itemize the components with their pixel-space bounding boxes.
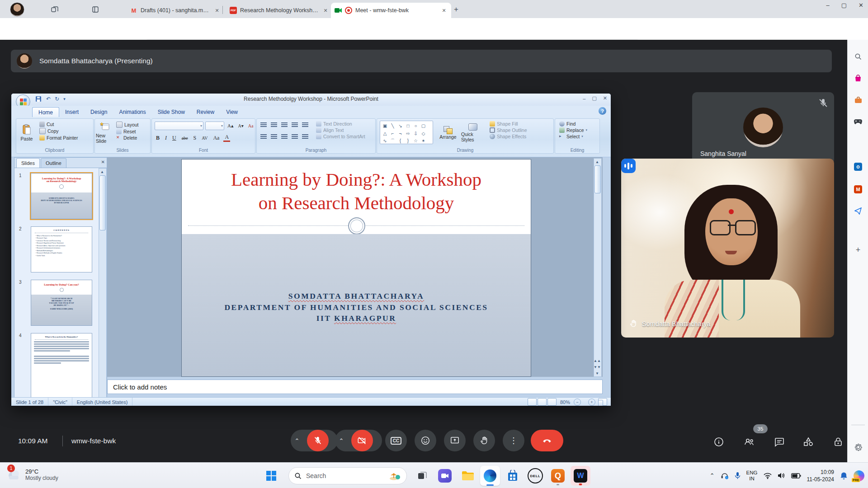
scroll-up-icon[interactable]: ▲ [594, 159, 600, 165]
shape-glyph[interactable]: ∿ [381, 138, 389, 144]
undo-icon[interactable]: ↶ [46, 96, 51, 102]
slide-thumbnail-4[interactable]: What is Research in the Humanities? [31, 333, 92, 398]
shape-glyph[interactable]: ¬ [396, 130, 404, 136]
ribbon-tab-animations[interactable]: Animations [113, 107, 151, 117]
volume-icon[interactable] [778, 472, 785, 479]
quick-styles-button[interactable]: Quick Styles [461, 121, 485, 145]
zoom-out-icon[interactable]: − [574, 399, 581, 406]
underline-button[interactable]: U [171, 135, 178, 141]
cut-button[interactable]: Cut [38, 121, 79, 127]
mic-options-chevron[interactable]: ⌃ [291, 437, 303, 444]
italic-button[interactable]: I [164, 135, 168, 141]
task-view-icon[interactable] [412, 466, 432, 486]
copy-button[interactable]: Copy [38, 127, 79, 135]
tray-headset-icon[interactable]: i [721, 472, 729, 479]
shape-glyph[interactable]: ⇩ [412, 130, 420, 136]
strikethrough-button[interactable]: abe [180, 136, 189, 141]
align-left-icon[interactable] [260, 134, 267, 139]
start-button[interactable] [261, 466, 281, 486]
tray-clock[interactable]: 10:09 11-05-2024 [807, 469, 835, 483]
view-sorter-button[interactable] [538, 398, 547, 406]
arrange-button[interactable]: Arrange [437, 121, 459, 145]
panel-close-icon[interactable]: ✕ [101, 160, 105, 164]
font-size-combo[interactable]: ▾ [205, 122, 224, 130]
ribbon-tab-review[interactable]: Review [191, 107, 220, 117]
meeting-details-icon[interactable] [712, 435, 726, 449]
scroll-up-icon[interactable]: ▲ [99, 169, 105, 175]
slide-thumbnail-1[interactable]: Learning by Doing?: A Workshop on Resear… [31, 173, 92, 219]
shape-glyph[interactable]: ▢ [420, 123, 427, 129]
browser-profile-avatar[interactable] [10, 2, 24, 17]
notes-pane[interactable]: Click to add notes [107, 380, 603, 394]
window-close-button[interactable]: ✕ [859, 2, 863, 9]
status-language[interactable]: English (United States) [72, 398, 133, 406]
copilot-preview-icon[interactable]: PRE [854, 470, 864, 481]
wifi-icon[interactable] [764, 473, 772, 479]
ribbon-tab-view[interactable]: View [220, 107, 244, 117]
sidebar-search-icon[interactable] [852, 51, 864, 62]
align-right-icon[interactable] [281, 134, 288, 139]
window-restore-button[interactable]: ▢ [841, 2, 847, 9]
new-slide-button[interactable]: New Slide [96, 121, 114, 145]
replace-button[interactable]: Replace ▾ [558, 127, 589, 133]
redo-icon[interactable]: ↻ [55, 96, 59, 102]
battery-icon[interactable] [791, 473, 801, 479]
find-button[interactable]: Find [558, 121, 589, 127]
ppt-close-button[interactable]: ✕ [603, 95, 607, 101]
ppt-title-bar[interactable]: Research Methodolgy Workshop - Microsoft… [11, 94, 611, 106]
shape-fill-button[interactable]: Shape Fill [488, 121, 528, 127]
line-spacing-icon[interactable] [302, 122, 308, 127]
tab-close-icon[interactable]: ✕ [322, 7, 329, 14]
notification-bell-icon[interactable] [840, 472, 848, 480]
justify-icon[interactable] [292, 134, 298, 139]
sidebar-m365-icon[interactable]: M [852, 183, 864, 195]
participant-tile-somdatta[interactable]: Somdatta Bhattacharya [621, 159, 834, 338]
format-painter-button[interactable]: Format Painter [38, 135, 79, 141]
zoom-slider[interactable] [598, 400, 603, 407]
shrink-font-button[interactable]: A▾ [236, 123, 245, 128]
previous-slide-icon[interactable]: ▲▲ [594, 357, 600, 364]
mic-off-button[interactable] [307, 430, 329, 451]
file-explorer-icon[interactable] [458, 466, 477, 486]
shape-glyph[interactable]: ☆ [412, 138, 420, 144]
shape-glyph[interactable]: ⌐ [389, 130, 396, 136]
shape-glyph[interactable]: △ [381, 130, 389, 136]
next-slide-icon[interactable]: ▼▼ [594, 364, 600, 370]
decrease-indent-icon[interactable] [281, 122, 288, 127]
sidebar-games-icon[interactable] [852, 116, 864, 127]
tab-close-icon[interactable]: ✕ [440, 7, 448, 14]
layout-button[interactable]: Layout [115, 121, 140, 128]
grow-font-button[interactable]: A▴ [226, 123, 235, 129]
view-normal-button[interactable] [528, 398, 537, 406]
tab-close-icon[interactable]: ✕ [213, 7, 221, 14]
help-icon[interactable]: ? [599, 107, 606, 115]
workspaces-icon[interactable] [49, 4, 61, 15]
font-name-combo[interactable]: ▾ [155, 122, 203, 130]
present-button[interactable] [444, 430, 466, 451]
shape-glyph[interactable]: ⇨ [404, 130, 412, 136]
font-color-button[interactable]: A [223, 134, 230, 142]
dell-app-icon[interactable]: DELL [525, 466, 545, 486]
shape-outline-button[interactable]: Shape Outline [488, 127, 528, 133]
new-tab-button[interactable]: + [450, 4, 462, 15]
ribbon-tab-insert[interactable]: Insert [59, 107, 85, 117]
sidebar-add-icon[interactable]: + [852, 244, 864, 256]
shape-glyph[interactable]: } [404, 138, 412, 144]
tab-gmail[interactable]: M Drafts (401) - sanghita.mail@gm ✕ [127, 3, 224, 18]
people-icon[interactable] [742, 435, 756, 449]
shape-glyph[interactable]: ↘ [396, 123, 404, 129]
scroll-down-icon[interactable]: ▼ [594, 370, 600, 376]
align-center-icon[interactable] [271, 134, 277, 139]
sidebar-settings-gear-icon[interactable] [852, 441, 864, 453]
reset-button[interactable]: Reset [115, 128, 140, 135]
zoom-in-icon[interactable]: + [588, 399, 595, 406]
shadow-button[interactable]: S [192, 135, 198, 141]
vertical-tabs-icon[interactable] [90, 4, 101, 15]
character-spacing-button[interactable]: AV [200, 136, 209, 141]
participant-tile-sanghita[interactable]: Sanghita Sanyal [692, 92, 834, 164]
ppt-minimize-button[interactable]: – [583, 96, 585, 101]
shape-glyph[interactable]: ○ [412, 123, 420, 129]
q-app-icon[interactable]: Q [548, 466, 568, 486]
sidebar-tools-icon[interactable] [852, 94, 864, 106]
reactions-button[interactable] [415, 430, 436, 451]
